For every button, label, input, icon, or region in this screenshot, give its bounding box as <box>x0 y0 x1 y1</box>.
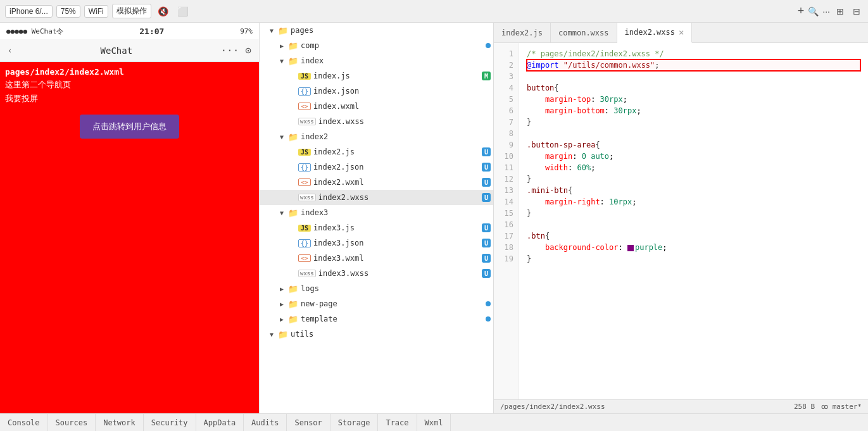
code-line-4: button{ <box>527 82 860 94</box>
badge-u: U <box>482 178 491 187</box>
tree-label: pages <box>291 26 491 35</box>
simulate-button[interactable]: 模拟操作 <box>112 4 151 18</box>
tree-item-index2-json[interactable]: ▶ {} index2.json U <box>260 159 493 175</box>
tree-label: index3.js <box>313 223 482 232</box>
line-num: 5 <box>494 94 519 105</box>
more-button[interactable]: ··· <box>822 6 830 16</box>
mute-icon[interactable]: 🔇 <box>155 5 171 18</box>
tree-item-index-json[interactable]: ▶ {} index.json <box>260 84 493 99</box>
window-icon[interactable]: ⬜ <box>175 5 191 18</box>
color-swatch <box>627 245 634 251</box>
tree-label: template <box>301 315 486 323</box>
wxml-icon: <> <box>298 103 311 110</box>
line-num: 14 <box>494 196 519 208</box>
tab-common-wxss[interactable]: common.wxss <box>551 23 617 43</box>
tree-item-index-wxss[interactable]: ▶ wxss index.wxss <box>260 114 493 129</box>
code-line-1: /* pages/index2/index2.wxss */ <box>527 48 860 59</box>
line-num: 19 <box>494 253 519 265</box>
line-num: 16 <box>494 219 519 230</box>
tree-item-index3-wxss[interactable]: ▶ wxss index3.wxss U <box>260 266 493 281</box>
tree-item-utils[interactable]: ▼ 📁 utils <box>260 327 493 342</box>
code-line-10: margin: 0 auto; <box>527 151 860 162</box>
code-line-5: margin-top: 30rpx; <box>527 94 860 105</box>
code-line-15: } <box>527 208 860 219</box>
wxss-icon: wxss <box>298 270 316 277</box>
code-line-17: .btn{ <box>527 230 860 242</box>
phone-panel: ●●●●● WeChat令 21:07 97% ‹ WeChat ··· ⊙ p… <box>0 23 260 413</box>
chevron-down-icon: ▼ <box>280 58 286 65</box>
phone-signal: ●●●●● WeChat令 <box>6 27 63 36</box>
close-icon[interactable]: × <box>679 27 684 37</box>
phone-nav-dots[interactable]: ··· <box>220 44 239 56</box>
phone-nav-camera[interactable]: ⊙ <box>245 44 251 56</box>
tab-label: Security <box>151 418 188 427</box>
tree-label: index2.wxss <box>318 193 482 202</box>
chevron-down-icon: ▼ <box>270 27 276 34</box>
tab-label: index2.js <box>501 28 543 37</box>
tab-trace[interactable]: Trace <box>378 414 417 432</box>
tree-item-logs[interactable]: ▶ 📁 logs <box>260 281 493 296</box>
tab-label: Sources <box>56 418 88 427</box>
tab-index2-wxss[interactable]: index2.wxss × <box>617 23 693 43</box>
tree-item-index2-wxml[interactable]: ▶ <> index2.wxml U <box>260 175 493 190</box>
tab-label: Network <box>103 418 135 427</box>
code-editor[interactable]: /* pages/index2/index2.wxss */ @import "… <box>519 43 868 399</box>
tree-item-index3[interactable]: ▼ 📁 index3 <box>260 205 493 220</box>
folder-icon: 📁 <box>278 26 288 35</box>
tree-item-index3-wxml[interactable]: ▶ <> index3.wxml U <box>260 251 493 266</box>
tree-item-pages[interactable]: ▼ 📁 pages <box>260 23 493 38</box>
wifi-selector[interactable]: WiFi <box>84 5 108 18</box>
tree-item-index3-js[interactable]: ▶ JS index3.js U <box>260 220 493 235</box>
tab-appdata[interactable]: AppData <box>196 414 244 432</box>
tree-item-index3-json[interactable]: ▶ {} index3.json U <box>260 235 493 251</box>
tree-item-new-page[interactable]: ▶ 📁 new-page <box>260 296 493 311</box>
device-selector[interactable]: iPhone 6/... <box>5 5 53 18</box>
tree-item-index-js[interactable]: ▶ JS index.js M <box>260 68 493 84</box>
tree-item-index2[interactable]: ▼ 📁 index2 <box>260 129 493 144</box>
tab-console[interactable]: Console <box>0 414 48 432</box>
tree-item-index[interactable]: ▼ 📁 index <box>260 53 493 68</box>
add-button[interactable]: + <box>798 4 805 18</box>
tab-audits[interactable]: Audits <box>244 414 287 432</box>
phone-nav-bar: ‹ WeChat ··· ⊙ <box>0 39 259 62</box>
tab-label: Audits <box>251 418 279 427</box>
line-num: 18 <box>494 242 519 253</box>
phone-body-text: 我要投屏 <box>5 93 254 104</box>
badge-u: U <box>482 147 491 156</box>
chevron-down-icon: ▼ <box>280 209 286 216</box>
tree-item-index-wxml[interactable]: ▶ <> index.wxml <box>260 99 493 114</box>
tree-item-template[interactable]: ▶ 📁 template <box>260 311 493 327</box>
phone-nav-button[interactable]: 点击跳转到用户信息 <box>80 115 179 139</box>
file-tree-panel: ▼ 📁 pages ▶ 📁 comp ▼ 📁 index ▶ JS index.… <box>260 23 494 413</box>
tab-sources[interactable]: Sources <box>48 414 96 432</box>
tab-wxml[interactable]: Wxml <box>417 414 451 432</box>
phone-nav-back[interactable]: ‹ <box>8 46 12 55</box>
editor-status-bar: /pages/index2/index2.wxss 258 B ꝏ master… <box>494 399 868 413</box>
search-button[interactable]: 🔍 <box>808 6 819 16</box>
tree-item-index2-js[interactable]: ▶ JS index2.js U <box>260 144 493 159</box>
split-button[interactable]: ⊞ <box>834 5 846 18</box>
tab-network[interactable]: Network <box>96 414 144 432</box>
tree-item-comp[interactable]: ▶ 📁 comp <box>260 38 493 53</box>
tab-security[interactable]: Security <box>144 414 196 432</box>
top-toolbar: iPhone 6/... 75% WiFi 模拟操作 🔇 ⬜ + 🔍 ··· ⊞… <box>0 0 868 23</box>
folder-icon: 📁 <box>278 330 288 339</box>
line-numbers: 1 2 3 4 5 6 7 8 9 10 11 12 13 14 15 16 1… <box>494 43 519 399</box>
folder-icon: 📁 <box>288 315 298 324</box>
wxss-icon: wxss <box>298 118 316 125</box>
tab-label: Wxml <box>425 418 443 427</box>
tree-item-index2-wxss[interactable]: ▶ wxss index2.wxss U <box>260 190 493 205</box>
phone-nav-title: WeChat <box>101 46 133 56</box>
zoom-selector[interactable]: 75% <box>56 5 80 18</box>
layout-button[interactable]: ⊟ <box>850 5 863 18</box>
tab-index2-js[interactable]: index2.js <box>494 23 551 43</box>
chevron-down-icon: ▼ <box>280 134 286 141</box>
tree-label: index2 <box>301 132 491 141</box>
tab-storage[interactable]: Storage <box>330 414 379 432</box>
badge-u: U <box>482 223 491 232</box>
code-line-12: } <box>527 173 860 185</box>
tab-label: Console <box>8 418 40 427</box>
line-num: 11 <box>494 162 519 173</box>
status-badge <box>486 43 491 48</box>
tab-sensor[interactable]: Sensor <box>287 414 330 432</box>
